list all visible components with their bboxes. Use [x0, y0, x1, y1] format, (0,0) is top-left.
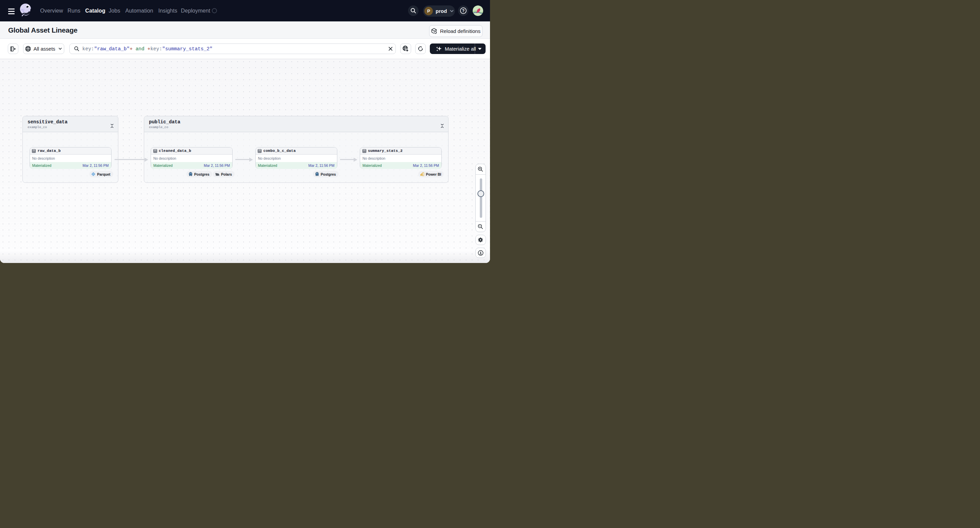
svg-text:?: ?: [462, 8, 464, 13]
